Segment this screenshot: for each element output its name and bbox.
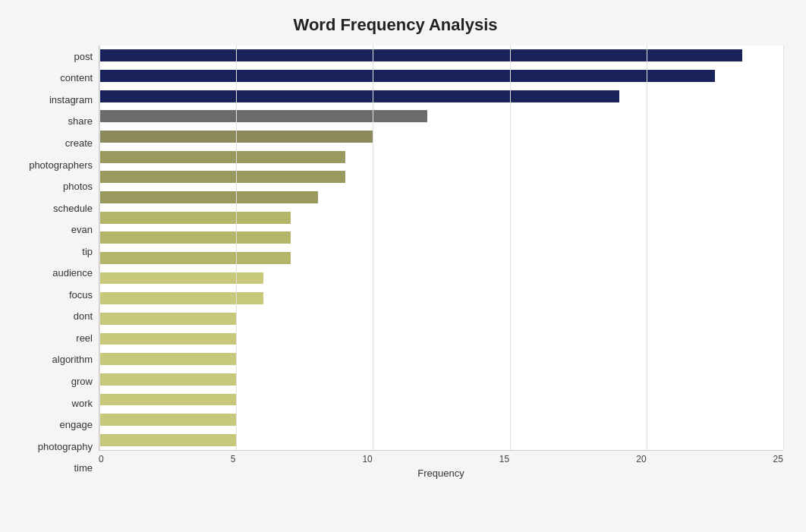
bar [99, 49, 742, 61]
chart-area: postcontentinstagramsharecreatephotograp… [8, 46, 783, 479]
y-label: work [72, 398, 93, 408]
bar [99, 90, 619, 102]
bar-row [99, 228, 783, 248]
bar [99, 414, 236, 426]
bar-row [99, 389, 783, 410]
bar [99, 191, 318, 203]
bar-row [99, 127, 783, 147]
y-label: time [74, 463, 93, 473]
bars-and-xaxis: 0510152025 Frequency [99, 46, 783, 479]
bar-row [99, 410, 783, 430]
x-tick: 20 [636, 454, 646, 464]
grid-line [783, 46, 784, 450]
bar-row [99, 329, 783, 349]
x-tick: 25 [773, 454, 783, 464]
bar [99, 272, 263, 285]
bar [99, 151, 345, 163]
bar-row [99, 146, 783, 167]
bar-row [99, 288, 783, 309]
bar [99, 131, 373, 143]
y-label: schedule [53, 203, 93, 213]
bar-row [99, 106, 783, 127]
y-label: content [60, 73, 93, 83]
bar [99, 212, 291, 224]
bar-row [99, 66, 783, 87]
y-label: photography [38, 442, 93, 452]
bar-row [99, 86, 783, 106]
bar-row [99, 46, 783, 66]
y-label: instagram [49, 95, 93, 105]
y-label: dont [74, 311, 93, 321]
bar-row [99, 167, 783, 187]
chart-container: Word Frequency Analysis postcontentinsta… [0, 0, 806, 532]
bar-row [99, 248, 783, 269]
y-label: audience [52, 268, 93, 278]
y-label: photos [63, 181, 93, 191]
bar [99, 373, 236, 386]
bar [99, 434, 236, 446]
y-label: create [65, 138, 93, 148]
bar [99, 292, 263, 304]
x-axis-label: Frequency [99, 464, 783, 479]
bar [99, 394, 236, 406]
bar-row [99, 349, 783, 370]
y-label: evan [71, 225, 93, 235]
y-label: algorithm [52, 354, 93, 364]
x-tick: 15 [499, 454, 509, 464]
bar-row [99, 187, 783, 208]
bar-row [99, 370, 783, 390]
y-label: tip [82, 247, 93, 257]
bars-area [99, 46, 783, 451]
bar-row [99, 309, 783, 329]
x-tick: 5 [231, 454, 236, 464]
y-label: focus [69, 290, 93, 300]
bar-row [99, 430, 783, 450]
y-label: engage [60, 420, 93, 430]
bar [99, 70, 715, 82]
bar [99, 313, 236, 325]
bar [99, 110, 427, 122]
bar [99, 252, 291, 264]
bar [99, 231, 291, 244]
bar-row [99, 207, 783, 228]
bar [99, 333, 236, 345]
y-label: grow [71, 376, 93, 386]
x-axis: 0510152025 [99, 451, 783, 464]
y-label: photographers [29, 160, 93, 170]
bar [99, 353, 236, 365]
bar-row [99, 268, 783, 288]
chart-title: Word Frequency Analysis [8, 8, 783, 46]
y-label: share [68, 116, 93, 126]
x-tick: 10 [362, 454, 372, 464]
x-tick: 0 [99, 454, 104, 464]
y-label: post [74, 52, 93, 61]
y-label: reel [76, 333, 93, 343]
y-labels: postcontentinstagramsharecreatephotograp… [8, 46, 99, 479]
bar [99, 171, 345, 183]
